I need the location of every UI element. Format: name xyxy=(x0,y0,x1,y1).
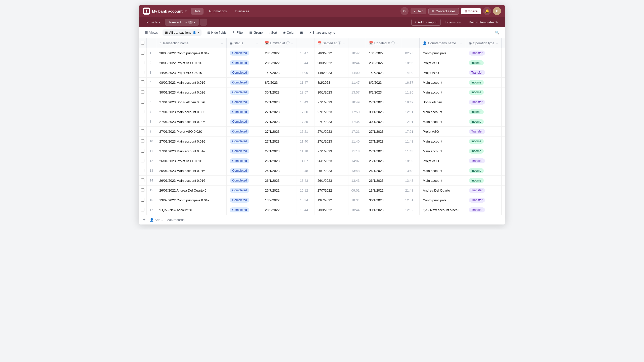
row-checkbox[interactable] xyxy=(141,188,144,192)
history-btn[interactable]: ↺ xyxy=(400,7,409,15)
table-row[interactable]: 13 26/01/2023 Main account 0.01€ Complet… xyxy=(139,166,505,176)
table-row[interactable]: 7 27/01/2023 Main account 0.03€ Complete… xyxy=(139,107,505,117)
row-checkbox-cell[interactable] xyxy=(139,107,147,117)
row-checkbox-cell[interactable] xyxy=(139,117,147,127)
select-all-checkbox[interactable] xyxy=(141,41,144,44)
row-checkbox-cell[interactable] xyxy=(139,146,147,156)
nav-interfaces[interactable]: Interfaces xyxy=(232,8,252,15)
table-row[interactable]: 11 27/01/2023 Main account 0.01€ Complet… xyxy=(139,146,505,156)
contact-sales-btn[interactable]: ✉ Contact sales xyxy=(428,8,459,15)
row-checkbox[interactable] xyxy=(141,208,144,211)
record-templates-btn[interactable]: Record templates ✎ xyxy=(466,19,501,25)
column-width-btn[interactable]: ⊞ xyxy=(298,29,305,36)
transaction-name-cell[interactable]: 08/02/2023 Main account 0.01€ xyxy=(156,78,227,87)
table-row[interactable]: 1 28/03/2022 Conto principale 0.01€ Comp… xyxy=(139,48,505,58)
row-checkbox[interactable] xyxy=(141,90,144,94)
add-row-btn[interactable]: + xyxy=(143,217,146,222)
row-checkbox-cell[interactable] xyxy=(139,127,147,137)
table-row[interactable]: 2 28/03/2022 Projet ASO 0.01€ Completed … xyxy=(139,58,505,68)
row-checkbox[interactable] xyxy=(141,61,144,64)
table-row[interactable]: 6 27/01/2023 Bob's kitchen 0.02€ Complet… xyxy=(139,97,505,107)
row-checkbox-cell[interactable] xyxy=(139,195,147,205)
transaction-name-cell[interactable]: 27/01/2023 Bob's kitchen 0.02€ xyxy=(156,97,227,107)
row-checkbox[interactable] xyxy=(141,120,144,123)
transaction-name-cell[interactable]: 26/07/2022 Andrea Del Quarto 0… xyxy=(156,186,227,195)
row-checkbox[interactable] xyxy=(141,100,144,104)
extensions-btn[interactable]: Extensions xyxy=(442,19,464,25)
row-checkbox-cell[interactable] xyxy=(139,87,147,97)
add-import-btn[interactable]: + Add or import xyxy=(411,19,441,26)
row-checkbox[interactable] xyxy=(141,80,144,84)
transaction-name-cell[interactable]: 14/06/2023 Projet ASO 0.01€ xyxy=(156,68,227,78)
row-checkbox[interactable] xyxy=(141,149,144,153)
transaction-name-cell[interactable]: ? QA - New account si… xyxy=(156,205,227,215)
row-checkbox[interactable] xyxy=(141,139,144,143)
row-checkbox-cell[interactable] xyxy=(139,78,147,87)
hide-fields-btn[interactable]: ⊟ Hide fields xyxy=(205,29,229,36)
share-sync-btn[interactable]: ↗ Share and sync xyxy=(306,29,338,36)
transaction-name-cell[interactable]: 27/01/2023 Main account 0.01€ xyxy=(156,146,227,156)
row-checkbox[interactable] xyxy=(141,178,144,182)
table-row[interactable]: 12 26/01/2023 Projet ASO 0.01€ Completed… xyxy=(139,156,505,166)
user-avatar[interactable]: E xyxy=(493,7,501,15)
row-checkbox-cell[interactable] xyxy=(139,97,147,107)
row-checkbox[interactable] xyxy=(141,169,144,172)
row-checkbox[interactable] xyxy=(141,51,144,55)
view-selector[interactable]: ⊞ All transactions 👤 ▾ xyxy=(163,29,201,36)
table-row[interactable]: 16 13/07/2022 Conto principale 0.01€ Com… xyxy=(139,195,505,205)
table-row[interactable]: 4 08/02/2023 Main account 0.01€ Complete… xyxy=(139,78,505,87)
table-row[interactable]: 9 27/01/2023 Projet ASO 0.02€ Completed … xyxy=(139,127,505,137)
help-btn[interactable]: ? Data Help xyxy=(411,8,426,14)
row-checkbox-cell[interactable] xyxy=(139,58,147,68)
table-row[interactable]: 17 ? QA - New account si… Completed 28/3… xyxy=(139,205,505,215)
header-updated-at[interactable]: 📅 Updated at ⓘ ⌄ xyxy=(366,38,402,48)
transaction-name-cell[interactable]: 27/01/2023 Main account 0.02€ xyxy=(156,117,227,127)
row-checkbox-cell[interactable] xyxy=(139,48,147,58)
notifications-btn[interactable]: 🔔 xyxy=(483,7,491,15)
transaction-name-cell[interactable]: 26/01/2023 Main account 0.01€ xyxy=(156,166,227,176)
header-settled-at[interactable]: 📅 Settled at ⓘ ⌄ xyxy=(314,38,348,48)
row-checkbox-cell[interactable] xyxy=(139,68,147,78)
row-checkbox[interactable] xyxy=(141,129,144,133)
table-row[interactable]: 14 26/01/2023 Main account 0.01€ Complet… xyxy=(139,176,505,186)
table-row[interactable]: 10 27/01/2023 Main account 0.01€ Complet… xyxy=(139,137,505,146)
header-initiator[interactable]: ◉ Initiator xyxy=(501,38,505,48)
nav-automations[interactable]: Automations xyxy=(206,8,230,15)
group-btn[interactable]: ▦ Group xyxy=(247,29,265,36)
table-row[interactable]: 3 14/06/2023 Projet ASO 0.01€ Completed … xyxy=(139,68,505,78)
table-row[interactable]: 15 26/07/2022 Andrea Del Quarto 0… Compl… xyxy=(139,186,505,195)
color-btn[interactable]: ◉ Color xyxy=(280,29,297,36)
transaction-name-cell[interactable]: 13/07/2022 Conto principale 0.01€ xyxy=(156,195,227,205)
row-checkbox[interactable] xyxy=(141,71,144,74)
row-checkbox[interactable] xyxy=(141,110,144,113)
table-row[interactable]: 5 30/01/2023 Main account 0.02€ Complete… xyxy=(139,87,505,97)
row-checkbox-cell[interactable] xyxy=(139,176,147,186)
filter-btn[interactable]: ⋮ Filter xyxy=(229,29,246,36)
header-status[interactable]: ◉ Status ⌄ xyxy=(227,38,262,48)
row-checkbox[interactable] xyxy=(141,159,144,162)
nav-data[interactable]: Data xyxy=(191,8,204,15)
header-transaction-name[interactable]: ƒ Transaction name ⌄ xyxy=(156,38,227,48)
row-checkbox-cell[interactable] xyxy=(139,156,147,166)
sort-btn[interactable]: ↕ Sort xyxy=(266,29,279,36)
sub-nav-providers[interactable]: Providers xyxy=(143,19,164,26)
row-checkbox[interactable] xyxy=(141,198,144,202)
transaction-name-cell[interactable]: 30/01/2023 Main account 0.02€ xyxy=(156,87,227,97)
row-checkbox-cell[interactable] xyxy=(139,166,147,176)
app-logo[interactable]: My bank account ▾ xyxy=(143,8,187,15)
header-counterparty[interactable]: 👤 Counterparty name ⌄ xyxy=(420,38,466,48)
table-row[interactable]: 8 27/01/2023 Main account 0.02€ Complete… xyxy=(139,117,505,127)
more-tabs-btn[interactable]: ⌄ xyxy=(200,19,207,26)
header-emitted-at[interactable]: 📅 Emitted at ⓘ ⌄ xyxy=(262,38,297,48)
transaction-name-cell[interactable]: 26/01/2023 Projet ASO 0.01€ xyxy=(156,156,227,166)
transaction-name-cell[interactable]: 28/03/2022 Conto principale 0.01€ xyxy=(156,48,227,58)
row-checkbox-cell[interactable] xyxy=(139,137,147,146)
search-btn[interactable]: 🔍 xyxy=(493,29,501,37)
transaction-name-cell[interactable]: 27/01/2023 Main account 0.01€ xyxy=(156,137,227,146)
row-checkbox-cell[interactable] xyxy=(139,205,147,215)
transaction-name-cell[interactable]: 26/01/2023 Main account 0.01€ xyxy=(156,176,227,186)
header-operation-type[interactable]: ◉ Operation type ⌄ xyxy=(466,38,501,48)
transaction-name-cell[interactable]: 28/03/2022 Projet ASO 0.01€ xyxy=(156,58,227,68)
add-fields-btn[interactable]: 👤 Add... xyxy=(150,218,163,222)
row-checkbox-cell[interactable] xyxy=(139,186,147,195)
